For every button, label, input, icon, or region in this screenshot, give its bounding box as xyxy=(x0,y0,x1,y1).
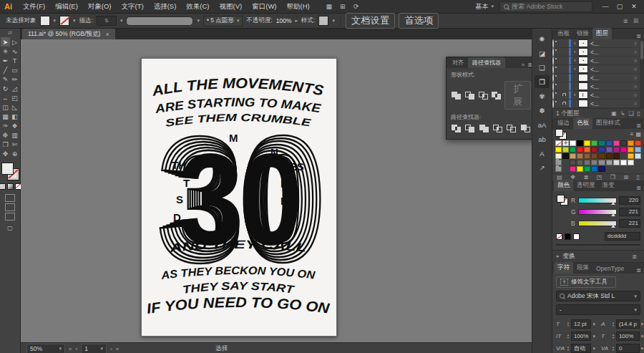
swatch[interactable] xyxy=(591,160,597,165)
pen-tool[interactable]: ✒ xyxy=(1,56,10,65)
stepper[interactable]: ▲▼ xyxy=(612,346,615,352)
hand-tool[interactable]: ✥ xyxy=(1,149,10,158)
swatch[interactable] xyxy=(584,160,590,165)
swatch[interactable] xyxy=(613,160,620,165)
chevron-down-icon[interactable]: ▾ xyxy=(332,18,335,24)
swatch[interactable] xyxy=(591,153,597,159)
swatch[interactable] xyxy=(635,147,641,153)
visibility-toggle[interactable] xyxy=(552,92,562,99)
close-document-icon[interactable]: × xyxy=(105,31,109,38)
draw-behind-icon[interactable] xyxy=(5,203,15,211)
artboard-navigation-select[interactable]: 1 ▾ xyxy=(81,344,107,353)
menu-item-V[interactable]: 视图(V) xyxy=(215,1,248,12)
color-spectrum-bar[interactable] xyxy=(556,244,640,246)
panel-menu-icon[interactable]: ≣ xyxy=(629,253,640,260)
selection-tool[interactable]: ➤ xyxy=(1,37,10,47)
swatch[interactable] xyxy=(577,140,583,146)
swatch[interactable] xyxy=(570,147,576,153)
brush-stroke-preview[interactable] xyxy=(126,16,193,26)
screen-mode-icon[interactable]: ▢ xyxy=(7,225,13,231)
swatch[interactable] xyxy=(613,140,620,146)
chevron-down-icon[interactable]: ▾ xyxy=(197,18,200,24)
color-guide-icon[interactable]: ✺ xyxy=(535,32,550,45)
artboard-tool[interactable]: ❒ xyxy=(1,140,10,149)
none-chip[interactable] xyxy=(556,233,562,240)
stroke-weight-stepper[interactable]: ⇅ xyxy=(97,16,117,26)
transform-panel-header[interactable]: ▸ 变换 ≣ xyxy=(552,250,644,263)
last-artboard-icon[interactable]: » xyxy=(116,346,119,352)
swatch[interactable] xyxy=(584,153,590,159)
font-family-select[interactable]: Adobe 宋体 Std L ▾ xyxy=(556,291,640,301)
swatch[interactable] xyxy=(570,166,576,172)
tab-图形样式[interactable]: 图形样式 xyxy=(592,117,624,129)
brushes-icon[interactable]: ✽ xyxy=(535,104,550,117)
swatch[interactable] xyxy=(570,140,576,146)
symbol-sprayer-tool[interactable]: ❉ xyxy=(1,130,10,140)
arrange-panel-icon[interactable]: ⊞ xyxy=(633,17,638,24)
brush-definition-select[interactable]: • 5 点圆形 ▾ xyxy=(203,16,243,26)
tab-透明度[interactable]: 透明度 xyxy=(573,180,599,191)
list-view-icon[interactable]: ≡ xyxy=(630,131,634,137)
swatch[interactable] xyxy=(606,153,613,159)
paintbrush-tool[interactable]: ✎ xyxy=(1,74,10,84)
restore-button[interactable]: ▢ xyxy=(613,1,627,12)
first-artboard-icon[interactable]: « xyxy=(69,346,72,352)
stepper[interactable]: ▲▼ xyxy=(567,346,570,352)
fill-swatch[interactable] xyxy=(40,16,50,26)
swatch[interactable] xyxy=(584,147,590,153)
direct-selection-tool[interactable]: ▷ xyxy=(10,37,19,47)
layer-row[interactable]: ›I<...○ xyxy=(552,91,640,100)
pathfinder-icon[interactable]: ❐ xyxy=(535,75,550,88)
paragraph-styles-icon[interactable]: A xyxy=(535,147,550,160)
expand-arrow-icon[interactable]: › xyxy=(572,92,577,98)
shape-builder-tool[interactable]: ◫ xyxy=(1,102,10,112)
target-icon[interactable]: ○ xyxy=(631,67,640,72)
color-mode-icon[interactable] xyxy=(0,183,6,190)
visibility-toggle[interactable] xyxy=(552,100,562,107)
color-group-folder-icon[interactable] xyxy=(555,160,562,165)
slider-handle[interactable] xyxy=(611,225,615,228)
dock-options-icon[interactable]: ≣ xyxy=(623,17,628,24)
tab-段落[interactable]: 段落 xyxy=(573,262,592,274)
swatch[interactable] xyxy=(613,147,620,153)
menu-item-E[interactable]: 编辑(E) xyxy=(50,1,83,12)
target-icon[interactable]: ○ xyxy=(631,92,640,97)
collapse-panel-icon[interactable]: » xyxy=(522,62,525,68)
swatch[interactable] xyxy=(591,147,597,153)
horizontal-scale-field[interactable]: T▲▼100%▾ xyxy=(601,332,643,341)
chevron-down-icon[interactable]: ▾ xyxy=(54,18,57,24)
trim-button[interactable] xyxy=(464,123,475,134)
target-icon[interactable]: ○ xyxy=(631,41,640,46)
swatch[interactable] xyxy=(562,153,569,159)
swatch[interactable] xyxy=(635,153,641,159)
panel-menu-icon[interactable]: ≣ xyxy=(633,122,644,129)
visibility-toggle[interactable] xyxy=(552,49,562,56)
rectangle-tool[interactable]: ▭ xyxy=(10,65,19,74)
previous-artboard-icon[interactable]: ‹ xyxy=(75,346,77,352)
menu-item-S[interactable]: 选择(S) xyxy=(149,1,182,12)
menu-item-W[interactable]: 窗口(W) xyxy=(247,1,281,12)
slider-value[interactable]: 221 xyxy=(619,208,640,216)
close-button[interactable]: ✕ xyxy=(627,1,641,12)
visibility-toggle[interactable] xyxy=(552,40,562,47)
sync-settings-icon[interactable]: ⟳ xyxy=(351,2,362,11)
visibility-toggle[interactable] xyxy=(552,57,562,64)
font-size-field-value[interactable]: 12 pt xyxy=(571,319,591,329)
expand-arrow-icon[interactable]: › xyxy=(572,40,577,47)
outline-button[interactable] xyxy=(506,123,517,134)
fill-stroke-proxy[interactable] xyxy=(555,129,567,139)
pencil-tool[interactable]: ✏ xyxy=(10,74,19,84)
panel-menu-icon[interactable]: ≣ xyxy=(527,62,532,68)
target-icon[interactable]: ○ xyxy=(631,101,640,106)
scrollbar[interactable] xyxy=(640,39,644,108)
chevron-down-icon[interactable]: ▾ xyxy=(592,334,595,339)
vertical-scale-field[interactable]: IT▲▼100%▾ xyxy=(556,332,595,341)
tab-画板[interactable]: 画板 xyxy=(554,28,573,39)
swatch[interactable] xyxy=(591,166,597,172)
swatch[interactable] xyxy=(591,140,597,146)
gradient-mode-icon[interactable] xyxy=(7,183,14,190)
swatch[interactable] xyxy=(555,153,562,159)
swatch[interactable] xyxy=(620,160,627,165)
swatch[interactable] xyxy=(620,140,627,146)
gradient-tool[interactable]: ◧ xyxy=(10,112,19,121)
